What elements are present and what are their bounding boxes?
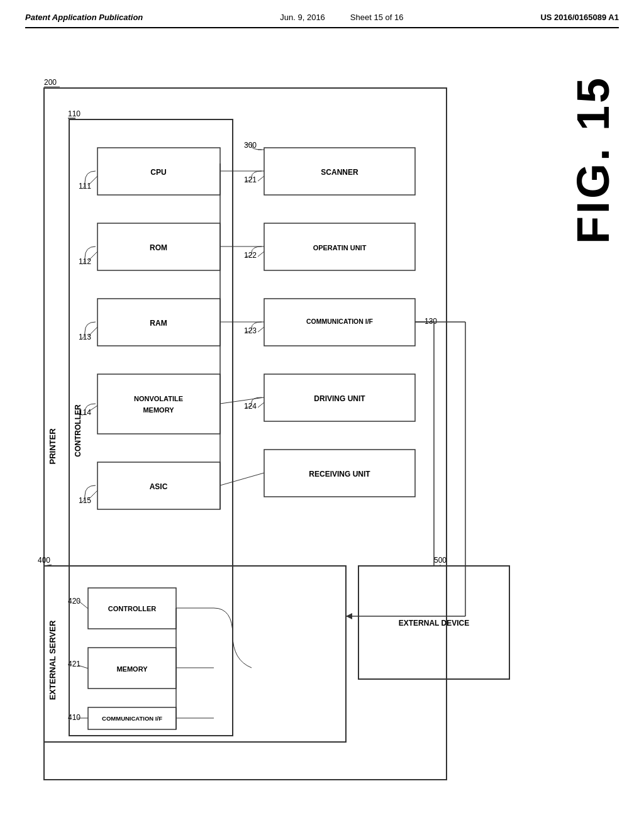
header-date: Jun. 9, 2016 — [280, 13, 325, 22]
rom-label: ROM — [150, 243, 167, 252]
driving-label: DRIVING UNIT — [314, 394, 365, 403]
ref-400: 400 — [38, 556, 50, 565]
ref-421: 421 — [68, 660, 80, 668]
header-patent-num: US 2016/0165089 A1 — [540, 13, 619, 22]
receiving-label: RECEIVING UNIT — [309, 470, 370, 479]
header-sheet: Sheet 15 of 16 — [350, 13, 404, 22]
operating-label: OPERATIN UNIT — [313, 244, 367, 252]
svg-line-18 — [258, 252, 264, 257]
external-server-label: EXTERNAL SERVER — [48, 620, 57, 700]
diagram-svg: PRINTER 200 CONTROLLER 110 CPU 111 ROM 1… — [25, 38, 591, 817]
page: Patent Application Publication Jun. 9, 2… — [0, 0, 644, 830]
svg-line-28 — [220, 473, 264, 485]
memory-label: MEMORY — [116, 665, 148, 673]
ref-130: 130 — [425, 317, 437, 326]
comm-if-label: COMMUNICATION I/F — [306, 318, 374, 325]
memory-sub-label: MEMORY — [143, 406, 174, 414]
svg-marker-45 — [346, 613, 352, 619]
ref-500: 500 — [434, 556, 447, 565]
comm-if2-label: COMMUNICATION I/F — [102, 715, 162, 722]
header-publication: Patent Application Publication — [25, 13, 143, 22]
svg-line-20 — [258, 327, 264, 332]
controller2-label: CONTROLLER — [108, 605, 156, 612]
cpu-label: CPU — [150, 168, 166, 177]
printer-label: PRINTER — [48, 428, 57, 465]
page-header: Patent Application Publication Jun. 9, 2… — [25, 13, 619, 28]
ref-110: 110 — [68, 109, 80, 118]
ref-300: 300 — [244, 141, 257, 150]
svg-line-27 — [220, 397, 264, 404]
svg-line-16 — [258, 176, 264, 181]
ref-410: 410 — [68, 713, 80, 722]
scanner-label: SCANNER — [321, 168, 358, 177]
svg-line-22 — [258, 402, 264, 407]
svg-line-9 — [88, 327, 97, 336]
svg-rect-2 — [69, 119, 233, 736]
external-device-label: EXTERNAL DEVICE — [399, 619, 469, 628]
svg-rect-30 — [44, 566, 346, 742]
svg-line-13 — [88, 490, 97, 500]
svg-line-7 — [88, 252, 97, 261]
asic-label: ASIC — [150, 482, 168, 491]
nonvolatile-label: NONVOLATILE — [134, 395, 183, 402]
svg-line-5 — [88, 176, 97, 185]
ram-label: RAM — [150, 319, 167, 328]
header-center-group: Jun. 9, 2016 Sheet 15 of 16 — [280, 13, 403, 22]
svg-rect-10 — [97, 374, 220, 434]
ref-200: 200 — [44, 78, 57, 87]
